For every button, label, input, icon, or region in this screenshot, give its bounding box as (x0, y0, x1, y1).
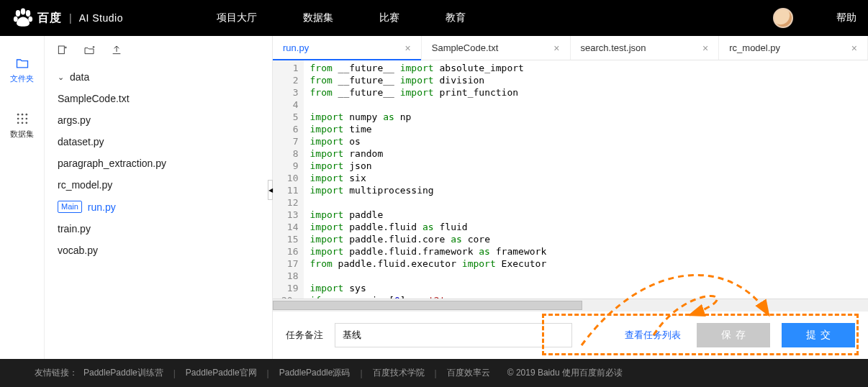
gutter: 1 2 3 4 5 6 7 8 9 10 11 12 13 14 15 16 1… (273, 60, 304, 299)
link-paddle-camp[interactable]: PaddlePaddle训练营 (83, 367, 163, 379)
nav-item-education[interactable]: 教育 (446, 12, 466, 24)
horizontal-scrollbar[interactable] (273, 299, 868, 311)
file-panel: ⌄ data SampleCode.txt args.py dataset.py… (45, 36, 272, 359)
nav-item-dataset[interactable]: 数据集 (303, 12, 333, 24)
link-paddle-src[interactable]: PaddlePaddle源码 (279, 367, 351, 379)
nav-right: 帮助 (773, 8, 856, 28)
svg-point-5 (17, 114, 19, 116)
nav-item-project[interactable]: 项目大厅 (217, 12, 257, 24)
avatar[interactable] (773, 8, 793, 28)
svg-point-1 (21, 9, 25, 15)
note-input[interactable] (335, 323, 572, 347)
friendlinks-label: 友情链接： (35, 367, 78, 379)
folder-icon (15, 56, 30, 70)
side-rail: 文件夹 数据集 (0, 36, 45, 359)
rail-datasets-label: 数据集 (0, 129, 44, 140)
note-label: 任务备注 (286, 329, 323, 342)
svg-point-11 (17, 122, 19, 124)
code-area[interactable]: 1 2 3 4 5 6 7 8 9 10 11 12 13 14 15 16 1… (273, 60, 868, 299)
new-folder-icon[interactable] (83, 45, 95, 56)
view-tasks-link[interactable]: 查看任务列表 (625, 329, 681, 342)
rail-datasets[interactable]: 数据集 (0, 106, 44, 145)
help-link[interactable]: 帮助 (836, 12, 856, 24)
baidu-paw-icon (12, 6, 35, 29)
link-baidu-xiaolv[interactable]: 百度效率云 (447, 367, 490, 379)
bottom-bar: 友情链接： PaddlePaddle训练营| PaddlePaddle官网| P… (0, 359, 868, 387)
svg-rect-14 (58, 46, 64, 54)
tree-item-paragraph[interactable]: paragraph_extraction.py (45, 152, 272, 174)
nav-items: 项目大厅 数据集 比赛 教育 (217, 12, 466, 24)
new-file-icon[interactable] (56, 45, 68, 56)
brand-separator: | (69, 12, 72, 24)
datasets-icon (15, 111, 30, 126)
tree-item-samplecode[interactable]: SampleCode.txt (45, 88, 272, 109)
svg-point-2 (26, 10, 30, 17)
main: 文件夹 数据集 ⌄ data SampleCode.txt args.py da… (0, 36, 868, 359)
collapse-handle[interactable]: ◀ (268, 180, 273, 200)
chevron-down-icon: ⌄ (58, 73, 64, 82)
save-button[interactable]: 保存 (697, 323, 770, 347)
brand-sub: AI Studio (79, 12, 123, 24)
tree-item-args[interactable]: args.py (45, 109, 272, 131)
code[interactable]: from __future__ import absolute_importfr… (304, 60, 868, 299)
tabs: run.py× SampleCode.txt× search.test.json… (273, 36, 868, 60)
rail-files[interactable]: 文件夹 (0, 50, 44, 90)
tree-item-train[interactable]: train.py (45, 218, 272, 240)
tab-samplecode[interactable]: SampleCode.txt× (422, 36, 571, 60)
tab-run[interactable]: run.py× (273, 36, 422, 60)
svg-point-12 (21, 122, 23, 124)
tree-root-data[interactable]: ⌄ data (45, 66, 272, 88)
tree-item-rcmodel[interactable]: rc_model.py (45, 174, 272, 196)
editor: ◀ run.py× SampleCode.txt× search.test.js… (272, 36, 868, 359)
close-icon[interactable]: × (702, 42, 708, 54)
tree-item-run[interactable]: Main run.py (45, 196, 272, 218)
rail-files-label: 文件夹 (0, 73, 44, 84)
link-paddle-site[interactable]: PaddlePaddle官网 (186, 367, 257, 379)
task-footer: 任务备注 查看任务列表 保存 提交 (273, 311, 868, 359)
tab-search[interactable]: search.test.json× (571, 36, 720, 60)
svg-point-6 (21, 114, 23, 116)
file-tools (45, 42, 272, 62)
scrollbar-thumb[interactable] (273, 301, 582, 310)
close-icon[interactable]: × (851, 42, 857, 54)
tab-rcmodel[interactable]: rc_model.py× (719, 36, 868, 60)
brand-text: 百度 (37, 11, 62, 26)
svg-point-8 (17, 118, 19, 120)
svg-point-10 (25, 118, 27, 120)
svg-point-9 (21, 118, 23, 120)
close-icon[interactable]: × (405, 42, 411, 54)
close-icon[interactable]: × (553, 42, 559, 54)
copyright: © 2019 Baidu 使用百度前必读 (507, 367, 623, 379)
logo[interactable]: 百度 | AI Studio (12, 6, 123, 29)
tree-item-dataset[interactable]: dataset.py (45, 131, 272, 152)
main-badge: Main (58, 201, 82, 213)
top-nav: 百度 | AI Studio 项目大厅 数据集 比赛 教育 帮助 (0, 0, 868, 36)
link-baidu-tech[interactable]: 百度技术学院 (373, 367, 425, 379)
tree-root-label: data (70, 71, 89, 83)
file-tree: ⌄ data SampleCode.txt args.py dataset.py… (45, 62, 272, 265)
upload-icon[interactable] (111, 45, 122, 56)
svg-point-0 (16, 10, 20, 17)
nav-item-competition[interactable]: 比赛 (379, 12, 399, 24)
svg-point-13 (25, 122, 27, 124)
submit-button[interactable]: 提交 (782, 323, 855, 347)
tree-item-vocab[interactable]: vocab.py (45, 240, 272, 261)
svg-point-7 (25, 114, 27, 116)
